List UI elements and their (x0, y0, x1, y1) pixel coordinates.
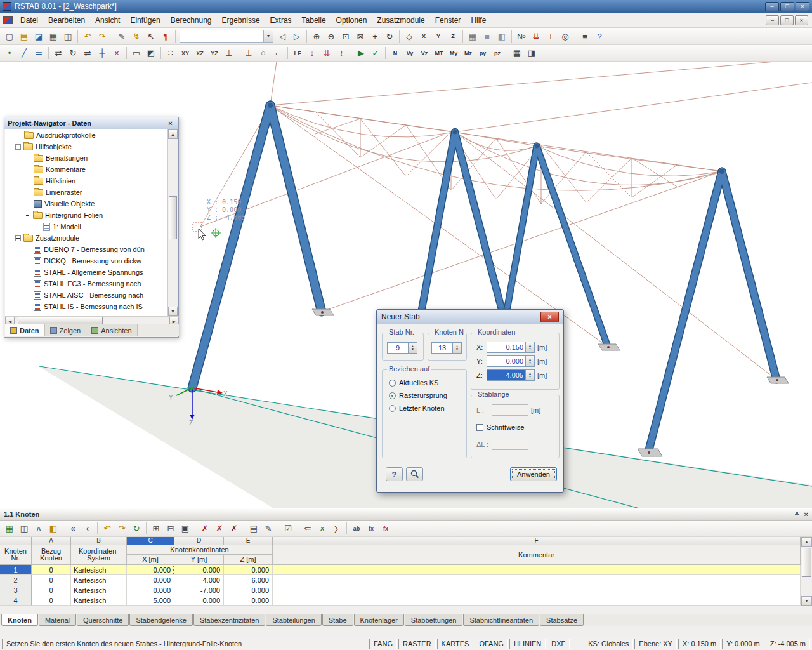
table-undo-icon[interactable]: ↶ (100, 522, 114, 536)
table-panel-titlebar[interactable]: 1.1 Knoten × (0, 508, 812, 521)
show-loads-icon[interactable]: ⇊ (529, 29, 543, 43)
tree-item[interactable]: Ausdruckprotokolle (5, 129, 169, 141)
member-eccentricity-icon[interactable]: ⌐ (271, 46, 285, 60)
divide-member-icon[interactable]: ┼ (95, 46, 109, 60)
new-member-set-icon[interactable]: ═ (32, 46, 46, 60)
tree-item[interactable]: Zusatzmodule (5, 232, 169, 244)
menu-ergebnisse[interactable]: Ergebnisse (217, 13, 265, 27)
undo-icon[interactable]: ↶ (81, 29, 95, 43)
cell-bezug[interactable]: 0 (32, 585, 71, 595)
sheet-tab-stabendgelenke[interactable]: Stabendgelenke (129, 614, 193, 626)
cell-system[interactable]: Kartesisch (71, 575, 127, 585)
open-file-icon[interactable]: ▤ (17, 29, 31, 43)
column-letter-A[interactable]: A (32, 537, 71, 545)
menu-fenster[interactable]: Fenster (430, 13, 466, 27)
cell-y[interactable]: -4.000 (174, 575, 224, 585)
insert-row-icon[interactable]: ⊟ (164, 522, 178, 536)
table-panel-close-icon[interactable]: × (804, 510, 808, 518)
display-transparent-icon[interactable]: ◧ (495, 29, 509, 43)
sum-icon[interactable]: ∑ (330, 522, 344, 536)
zoom-out-icon[interactable]: ⊖ (324, 29, 338, 43)
status-toggle-ofang[interactable]: OFANG (475, 639, 508, 649)
new-file-icon[interactable]: ▢ (3, 29, 16, 43)
work-plane-yz-icon[interactable]: YZ (207, 46, 221, 60)
column-letter-D[interactable]: D (174, 537, 224, 545)
pin-icon[interactable] (794, 511, 801, 518)
row-first-icon[interactable]: « (66, 522, 80, 536)
cell-system[interactable]: Kartesisch (71, 595, 127, 606)
cell-z[interactable]: 0.000 (224, 595, 273, 606)
tree-item[interactable]: Hilfsobjekte (5, 141, 169, 152)
tree-item[interactable]: STAHL IS - Bemessung nach IS (5, 301, 169, 312)
tree-item[interactable]: 1: Modell (5, 221, 169, 232)
menu-tabelle[interactable]: Tabelle (297, 13, 331, 27)
results-vy-icon[interactable]: Vy (403, 46, 417, 60)
results-mz-icon[interactable]: Mz (461, 46, 475, 60)
cell-x[interactable]: 0.000 (127, 585, 174, 595)
plausibility-check-icon[interactable]: ✓ (369, 46, 383, 60)
move-copy-icon[interactable]: ⇄ (51, 46, 65, 60)
radio-icon[interactable] (389, 405, 396, 412)
combo-dropdown-icon[interactable]: ▾ (263, 30, 273, 42)
minimize-button[interactable]: – (765, 2, 779, 11)
tree-item[interactable]: DICKQ - Bemessung von dickw (5, 255, 169, 267)
cell-y[interactable]: 0.000 (174, 595, 224, 606)
cell-bezug[interactable]: 0 (32, 575, 71, 585)
imperfection-icon[interactable]: ≀ (334, 46, 348, 60)
menu-berechnung[interactable]: Berechnung (166, 13, 217, 27)
cell-x[interactable]: 5.000 (127, 595, 174, 606)
mdi-close-button[interactable]: × (795, 15, 808, 25)
knoten-nr-field[interactable]: 13 (431, 342, 453, 354)
select-all-icon[interactable]: ▭ (129, 46, 143, 60)
radio-icon[interactable] (389, 380, 396, 387)
dialog-titlebar[interactable]: Neuer Stab × (377, 310, 563, 324)
load-case-icon[interactable]: LF (291, 46, 304, 60)
status-toggle-fang[interactable]: FANG (369, 639, 397, 649)
work-plane-xz-icon[interactable]: XZ (193, 46, 207, 60)
cell-x[interactable]: 0.000 (127, 575, 174, 585)
results-n-icon[interactable]: N (388, 46, 402, 60)
stab-nr-field[interactable]: 9 (387, 342, 409, 354)
display-solid-icon[interactable]: ■ (480, 29, 494, 43)
scroll-track[interactable] (801, 547, 812, 596)
radio-option[interactable]: Rasterursprung (389, 392, 447, 399)
cell-comment[interactable] (273, 595, 801, 606)
comment-flag-icon[interactable]: ¶ (159, 29, 173, 43)
toggle-panel-icon[interactable]: ◨ (525, 46, 539, 60)
menu-bearbeiten[interactable]: Bearbeiten (43, 13, 90, 27)
dialog-close-button[interactable]: × (540, 312, 559, 322)
cell-bezug[interactable]: 0 (32, 595, 71, 606)
table-color-icon[interactable]: ◧ (46, 522, 60, 536)
check-entries-icon[interactable]: ☑ (281, 522, 295, 536)
table-views-icon[interactable]: ◫ (17, 522, 31, 536)
tree-item[interactable]: Bemaßungen (5, 152, 169, 164)
tree-collapse-icon[interactable] (25, 213, 30, 218)
results-pz-icon[interactable]: pz (490, 46, 504, 60)
scroll-down-icon[interactable]: ▼ (168, 307, 178, 316)
status-toggle-kartes[interactable]: KARTES (437, 639, 474, 649)
scroll-up-icon[interactable]: ▲ (168, 129, 178, 139)
apply-button[interactable]: Anwenden (510, 467, 557, 481)
display-options-icon[interactable]: ≡ (578, 29, 592, 43)
show-supports-icon[interactable]: ⊥ (544, 29, 558, 43)
cell-comment[interactable] (273, 585, 801, 595)
knoten-nr-spinner[interactable]: ▲▼ (453, 342, 462, 354)
tree-item[interactable]: Hilfslinien (5, 175, 169, 187)
help-button[interactable]: ? (386, 467, 403, 481)
edit-mode-icon[interactable]: ✎ (115, 29, 129, 43)
menu-datei[interactable]: Datei (15, 13, 43, 27)
formula-fx-icon[interactable]: fx (364, 522, 378, 536)
coord-spinner[interactable]: ▲▼ (526, 369, 535, 381)
tree-item[interactable]: Linienraster (5, 187, 169, 198)
save-icon[interactable]: ◪ (32, 29, 46, 43)
tree-item[interactable]: STAHL - Allgemeine Spannungs (5, 267, 169, 278)
mdi-minimize-button[interactable]: – (766, 15, 779, 25)
select-special-icon[interactable]: ◩ (144, 46, 158, 60)
view-grid-icon[interactable]: ▤ (247, 522, 261, 536)
view-isometric-icon[interactable]: ◇ (402, 29, 416, 43)
nav-next-icon[interactable]: ▷ (290, 29, 304, 43)
scroll-thumb[interactable] (169, 196, 177, 240)
new-member-icon[interactable]: ╱ (17, 46, 31, 60)
tree-item[interactable]: STAHL AISC - Bemessung nach (5, 289, 169, 301)
tree-collapse-icon[interactable] (15, 144, 21, 150)
